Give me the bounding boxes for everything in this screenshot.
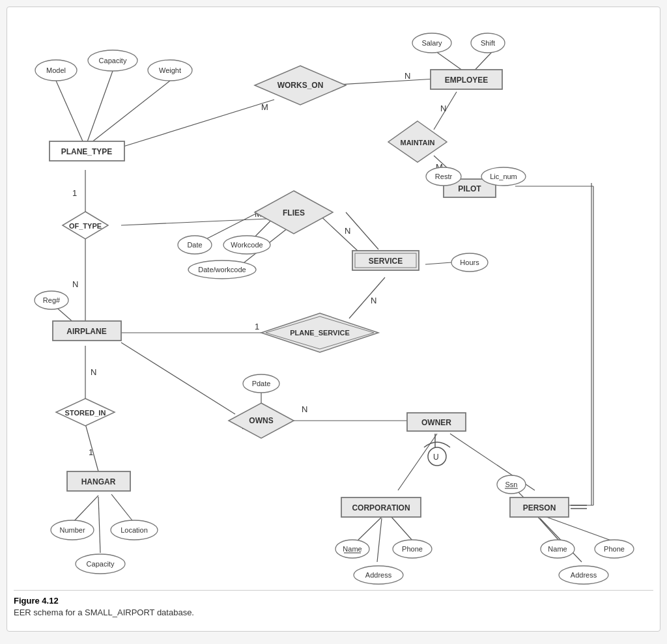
svg-text:Phone: Phone (604, 545, 625, 553)
svg-text:PLANE_SERVICE: PLANE_SERVICE (290, 329, 350, 337)
svg-line-55 (391, 517, 413, 541)
page-container: M N N M 1 N (7, 7, 660, 632)
svg-text:PERSON: PERSON (523, 503, 556, 512)
svg-text:Ssn: Ssn (505, 481, 518, 488)
svg-line-56 (377, 518, 382, 562)
svg-text:HANGAR: HANGAR (81, 477, 116, 486)
svg-text:FLIES: FLIES (283, 208, 305, 217)
svg-text:Date/workcode: Date/workcode (198, 266, 246, 273)
svg-text:N: N (404, 71, 410, 81)
svg-text:N: N (72, 279, 78, 289)
svg-text:EMPLOYEE: EMPLOYEE (445, 76, 489, 85)
figure-description: EER schema for a SMALL_AIRPORT database. (14, 608, 653, 617)
svg-text:U: U (433, 453, 439, 462)
svg-text:Name: Name (343, 545, 362, 553)
svg-text:Capacity: Capacity (99, 57, 127, 64)
svg-line-32 (349, 277, 385, 318)
svg-text:Phone: Phone (402, 545, 423, 553)
svg-text:Model: Model (46, 66, 66, 74)
svg-text:N: N (345, 226, 350, 236)
svg-text:Reg#: Reg# (43, 296, 61, 304)
svg-text:OF_TYPE: OF_TYPE (69, 222, 102, 230)
svg-text:Name: Name (548, 545, 567, 553)
svg-text:MAINTAIN: MAINTAIN (401, 139, 435, 147)
svg-line-54 (357, 517, 382, 541)
svg-text:STORED_IN: STORED_IN (65, 409, 106, 417)
svg-text:WORKS_ON: WORKS_ON (277, 81, 324, 90)
svg-text:Address: Address (571, 571, 597, 579)
svg-text:Location: Location (121, 526, 148, 534)
svg-text:1: 1 (89, 447, 93, 457)
svg-line-5 (121, 100, 274, 147)
svg-text:Workcode: Workcode (231, 241, 263, 249)
figure-label: Figure 4.12 (14, 596, 653, 606)
svg-line-42 (111, 494, 134, 523)
svg-text:PILOT: PILOT (458, 184, 481, 193)
svg-text:Pdate: Pdate (252, 380, 271, 387)
svg-text:M: M (261, 102, 268, 112)
svg-line-24 (121, 219, 268, 225)
caption-area: Figure 4.12 EER schema for a SMALL_AIRPO… (14, 590, 653, 617)
svg-text:Shift: Shift (481, 39, 495, 47)
svg-text:Address: Address (365, 571, 392, 579)
svg-text:Hours: Hours (460, 259, 479, 266)
svg-line-44 (121, 343, 235, 414)
svg-text:OWNER: OWNER (421, 418, 451, 427)
svg-text:N: N (302, 404, 307, 414)
svg-line-1 (85, 71, 113, 147)
svg-text:Weight: Weight (159, 66, 181, 74)
svg-text:N: N (371, 296, 376, 305)
diagram-area: M N N M 1 N (14, 14, 652, 587)
svg-text:1: 1 (255, 322, 259, 331)
svg-line-34 (425, 262, 451, 264)
svg-line-2 (85, 81, 170, 147)
svg-text:Number: Number (59, 526, 85, 534)
svg-line-41 (72, 496, 98, 523)
svg-line-43 (98, 497, 100, 553)
svg-text:Salary: Salary (421, 39, 442, 47)
svg-text:AIRPLANE: AIRPLANE (66, 327, 106, 336)
svg-text:1: 1 (72, 188, 77, 198)
svg-text:PLANE_TYPE: PLANE_TYPE (61, 147, 113, 156)
svg-text:OWNS: OWNS (249, 416, 273, 425)
svg-text:N: N (440, 104, 446, 113)
svg-text:SERVICE: SERVICE (369, 257, 403, 266)
svg-text:Date: Date (187, 241, 202, 249)
svg-text:Capacity: Capacity (87, 560, 115, 568)
svg-text:Lic_num: Lic_num (490, 173, 517, 180)
svg-text:N: N (91, 367, 96, 377)
svg-text:CORPORATION: CORPORATION (352, 503, 410, 512)
svg-line-0 (56, 81, 85, 147)
svg-text:Restr: Restr (435, 173, 453, 180)
